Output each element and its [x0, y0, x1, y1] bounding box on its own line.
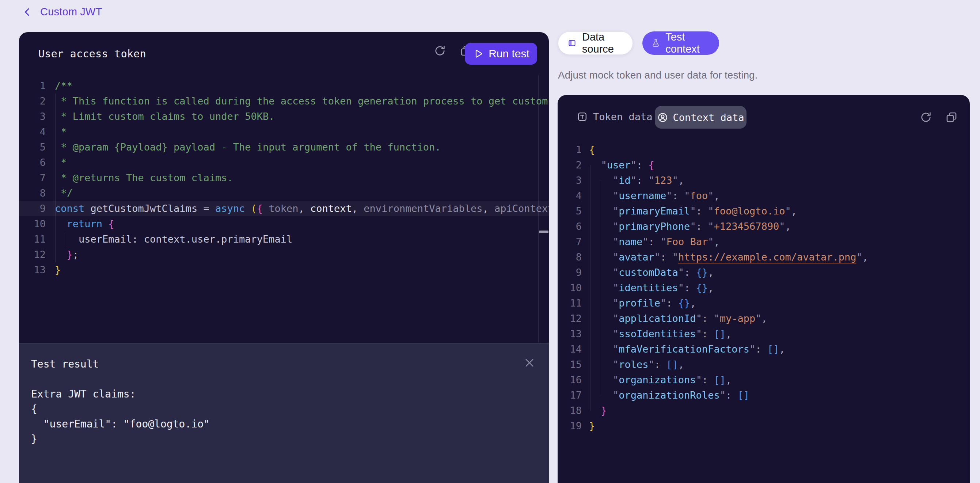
code-line[interactable]: 6 * — [19, 155, 549, 170]
code-token: * This function is called during the acc… — [55, 95, 549, 107]
code-token — [102, 218, 108, 229]
code-token: * Limit custom claims to under 50KB. — [55, 111, 274, 122]
code-token — [589, 389, 613, 401]
code-line[interactable]: 9const getCustomJwtClaims = async ({ tok… — [19, 201, 549, 216]
line-number: 10 — [558, 280, 582, 296]
code-token: ; — [73, 249, 79, 260]
code-line[interactable]: 10 "identities": {}, — [558, 280, 970, 296]
code-token — [589, 221, 613, 232]
code-token — [245, 203, 251, 214]
code-token: , — [678, 359, 684, 370]
tab-token-data[interactable]: Token data — [577, 105, 652, 128]
code-token: * — [55, 126, 67, 137]
line-number: 1 — [558, 142, 582, 157]
code-text: "mfaVerificationFactors": [], — [589, 342, 785, 357]
line-number: 3 — [19, 109, 46, 124]
line-number: 6 — [558, 219, 582, 234]
code-token: [] — [714, 328, 726, 339]
code-token: : — [702, 313, 714, 324]
code-line[interactable]: 8 "avatar": "https://example.com/avatar.… — [558, 249, 970, 265]
code-token: , — [708, 282, 714, 293]
code-line[interactable]: 18 } — [558, 403, 970, 418]
code-token: : — [755, 343, 767, 355]
code-line[interactable]: 1{ — [558, 142, 970, 157]
run-test-button[interactable]: Run test — [465, 43, 537, 65]
back-link-label: Custom JWT — [40, 6, 102, 18]
indent-guide — [590, 165, 590, 411]
code-text: userEmail: context.user.primaryEmail — [55, 232, 292, 247]
line-number: 14 — [558, 342, 582, 357]
close-icon — [523, 357, 536, 369]
code-token: " — [654, 251, 660, 263]
code-line[interactable]: 2 * This function is called during the a… — [19, 94, 549, 109]
code-line[interactable]: 3 "id": "123", — [558, 173, 970, 188]
code-token: , — [726, 374, 732, 386]
editor-scrollbar-thumb[interactable] — [539, 230, 549, 233]
code-line[interactable]: 13 "ssoIdentities": [], — [558, 326, 970, 342]
close-test-result-button[interactable] — [523, 357, 536, 369]
reset-context-button[interactable] — [920, 111, 932, 124]
code-line[interactable]: 3 * Limit custom claims to under 50KB. — [19, 109, 549, 124]
copy-icon — [945, 111, 958, 124]
code-token — [589, 282, 613, 293]
code-line[interactable]: 17 "organizationRoles": [] — [558, 388, 970, 403]
code-line[interactable]: 8 */ — [19, 186, 549, 201]
tab-data-source[interactable]: Data source — [558, 32, 633, 55]
line-number: 9 — [558, 265, 582, 280]
code-line[interactable]: 6 "primaryPhone": "+1234567890", — [558, 219, 970, 234]
code-line[interactable]: 12 "applicationId": "my-app", — [558, 311, 970, 326]
back-link[interactable]: Custom JWT — [22, 6, 102, 18]
code-token: applicationId — [619, 313, 696, 324]
indent-guide — [67, 232, 67, 247]
tab-context-data[interactable]: Context data — [655, 106, 746, 129]
code-line[interactable]: 4 "username": "foo", — [558, 188, 970, 203]
code-line[interactable]: 19} — [558, 418, 970, 434]
code-token: " — [649, 359, 654, 370]
code-token: * — [55, 157, 67, 168]
context-data-label: Context data — [673, 112, 744, 123]
code-line[interactable]: 7 "name": "Foo Bar", — [558, 234, 970, 249]
editor-title: User access token — [38, 48, 146, 60]
chevron-left-icon — [22, 6, 33, 17]
code-line[interactable]: 9 "customData": {}, — [558, 265, 970, 280]
token-icon — [577, 111, 588, 122]
code-token: profile — [619, 297, 660, 309]
code-line[interactable]: 16 "organizations": [], — [558, 372, 970, 388]
code-token: name — [619, 236, 643, 247]
tab-test-context[interactable]: Test context — [643, 32, 719, 55]
code-token: , — [862, 251, 868, 263]
code-line[interactable]: 10 return { — [19, 216, 549, 232]
copy-context-button[interactable] — [945, 111, 958, 124]
reset-code-button[interactable] — [433, 44, 447, 57]
code-line[interactable]: 11 userEmail: context.user.primaryEmail — [19, 232, 549, 247]
code-token: foo — [690, 190, 708, 201]
code-line[interactable]: 15 "roles": [], — [558, 357, 970, 372]
code-text: "ssoIdentities": [], — [589, 326, 732, 342]
data-source-label: Data source — [582, 31, 623, 55]
code-line[interactable]: 13} — [19, 262, 549, 278]
code-line[interactable]: 1/** — [19, 78, 549, 94]
run-test-label: Run test — [488, 48, 530, 60]
code-line[interactable]: 5 "primaryEmail": "foo@logto.io", — [558, 203, 970, 219]
code-line[interactable]: 5 * @param {Payload} payload - The input… — [19, 140, 549, 155]
code-line[interactable]: 14 "mfaVerificationFactors": [], — [558, 342, 970, 357]
code-line[interactable]: 7 * @returns The custom claims. — [19, 170, 549, 186]
code-token: " — [649, 175, 654, 186]
code-token: " — [779, 221, 785, 232]
json-editor[interactable]: 1{2 "user": {3 "id": "123",4 "username":… — [558, 135, 970, 483]
code-token: ssoIdentities — [619, 328, 696, 339]
code-token — [589, 190, 613, 201]
code-line[interactable]: 12 }; — [19, 247, 549, 262]
flask-icon — [651, 37, 660, 49]
line-number: 18 — [558, 403, 582, 418]
code-line[interactable]: 2 "user": { — [558, 157, 970, 173]
code-line[interactable]: 11 "profile": {}, — [558, 296, 970, 311]
code-token: " — [749, 343, 755, 355]
code-token: } — [67, 249, 73, 260]
code-editor[interactable]: 1/**2 * This function is called during t… — [19, 75, 549, 343]
test-context-label: Test context — [665, 31, 710, 55]
code-line[interactable]: 4 * — [19, 124, 549, 140]
code-token — [589, 159, 601, 171]
code-token: " — [613, 297, 619, 309]
code-token: Foo Bar — [666, 236, 708, 247]
